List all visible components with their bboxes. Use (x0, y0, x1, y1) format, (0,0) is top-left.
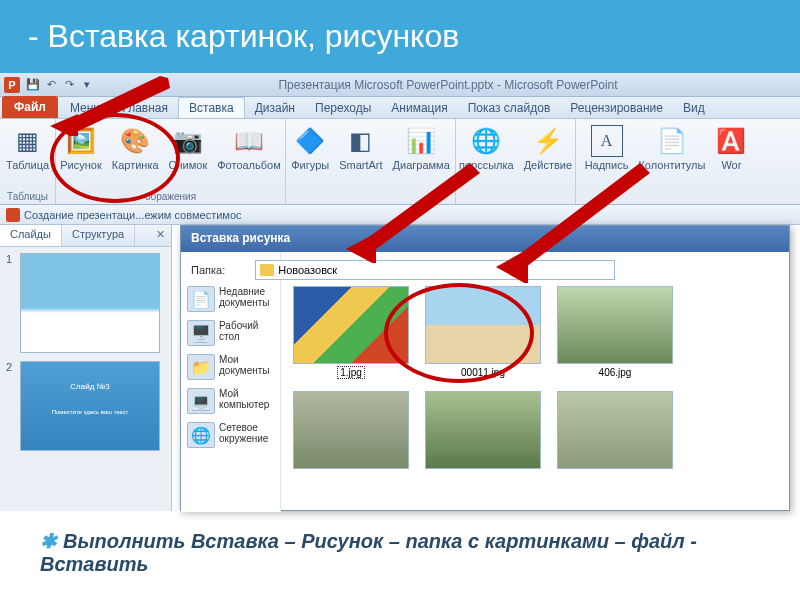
file-list: 1.jpg 00011.jpg 406.jpg (281, 252, 789, 512)
work-area: Слайды Структура ✕ 1 2 Слайд №3 Поместит… (0, 225, 800, 511)
file-item[interactable] (423, 391, 543, 471)
places-recent[interactable]: 📄Недавние документы (181, 282, 280, 316)
headerfooter-icon: 📄 (656, 125, 688, 157)
quick-access-toolbar: P 💾 ↶ ↷ ▾ Презентация Microsoft PowerPoi… (0, 73, 800, 97)
desktop-icon: 🖥️ (187, 320, 215, 346)
slide-number: 2 (6, 361, 16, 451)
wordart-icon: 🅰️ (715, 125, 747, 157)
slides-panel: Слайды Структура ✕ 1 2 Слайд №3 Поместит… (0, 225, 172, 511)
smartart-icon: ◧ (345, 125, 377, 157)
panel-tab-slides[interactable]: Слайды (0, 225, 62, 246)
places-network[interactable]: 🌐Сетевое окружение (181, 418, 280, 452)
insert-clipart-button[interactable]: 🎨Картинка (108, 123, 163, 173)
tab-home[interactable]: Главная (112, 98, 178, 118)
file-item[interactable] (555, 391, 675, 471)
chart-icon: 📊 (405, 125, 437, 157)
file-thumbnail (425, 286, 541, 364)
insert-table-button[interactable]: ▦Таблица (2, 123, 53, 173)
globe-icon: 🌐 (470, 125, 502, 157)
folder-label: Папка: (191, 264, 225, 276)
file-thumbnail (425, 391, 541, 469)
bullet-icon: ✱ (40, 530, 57, 552)
file-item[interactable]: 00011.jpg (423, 286, 543, 379)
insert-picture-button[interactable]: 🖼️Рисунок (56, 123, 106, 173)
computer-icon: 💻 (187, 388, 215, 414)
slide-thumbnails: 1 2 Слайд №3 Поместите здесь ваш текст (0, 247, 171, 465)
ribbon: ▦Таблица Таблицы 🖼️Рисунок 🎨Картинка 📷Сн… (0, 119, 800, 205)
insert-picture-dialog: Вставка рисунка Папка: Новоазовск 📄Недав… (180, 225, 790, 511)
file-thumbnail (293, 391, 409, 469)
ribbon-tab-strip: Файл Меню Главная Вставка Дизайн Переход… (0, 97, 800, 119)
tab-file[interactable]: Файл (2, 96, 58, 118)
group-label-images: ображения (145, 191, 196, 202)
redo-icon[interactable]: ↷ (60, 76, 78, 94)
camera-icon: 📷 (172, 125, 204, 157)
insert-screenshot-button[interactable]: 📷Снимок (165, 123, 212, 173)
insert-smartart-button[interactable]: ◧SmartArt (335, 123, 386, 173)
slide-title: - Вставка картинок, рисунков (0, 0, 800, 73)
insert-hyperlink-button[interactable]: 🌐перссылка (455, 123, 518, 173)
insert-chart-button[interactable]: 📊Диаграмма (389, 123, 454, 173)
textbox-icon: A (591, 125, 623, 157)
file-item[interactable] (291, 391, 411, 471)
album-icon: 📖 (233, 125, 265, 157)
places-mycomputer[interactable]: 💻Мой компьютер (181, 384, 280, 418)
insert-photoalbum-button[interactable]: 📖Фотоальбом (213, 123, 285, 173)
places-bar: 📄Недавние документы 🖥️Рабочий стол 📁Мои … (181, 252, 281, 512)
insert-wordart-button[interactable]: 🅰️Wor (711, 123, 751, 173)
slide-preview: Слайд №3 Поместите здесь ваш текст (20, 361, 160, 451)
table-icon: ▦ (12, 125, 44, 157)
file-item[interactable]: 406.jpg (555, 286, 675, 379)
file-thumbnail (293, 286, 409, 364)
recent-icon: 📄 (187, 286, 215, 312)
instruction-caption: ✱Выполнить Вставка – Рисунок – папка с к… (0, 513, 800, 592)
slide-thumb-2[interactable]: 2 Слайд №3 Поместите здесь ваш текст (6, 361, 165, 451)
tab-insert[interactable]: Вставка (178, 97, 245, 118)
tab-review[interactable]: Рецензирование (560, 98, 673, 118)
tab-transitions[interactable]: Переходы (305, 98, 381, 118)
save-icon[interactable]: 💾 (24, 76, 42, 94)
file-thumbnail (557, 391, 673, 469)
file-name: 1.jpg (337, 366, 365, 379)
powerpoint-screenshot: P 💾 ↶ ↷ ▾ Презентация Microsoft PowerPoi… (0, 73, 800, 513)
folder-name: Новоазовск (278, 264, 337, 276)
folder-icon (260, 264, 274, 276)
app-window-title: Презентация Microsoft PowerPoint.pptx - … (96, 78, 800, 92)
clipart-icon: 🎨 (119, 125, 151, 157)
picture-icon: 🖼️ (65, 125, 97, 157)
group-label-tables: Таблицы (7, 191, 48, 202)
undo-icon[interactable]: ↶ (42, 76, 60, 94)
tab-menu[interactable]: Меню (60, 98, 112, 118)
presentation-icon (6, 208, 20, 222)
qat-dropdown-icon[interactable]: ▾ (78, 76, 96, 94)
panel-tab-outline[interactable]: Структура (62, 225, 135, 246)
file-thumbnail (557, 286, 673, 364)
network-icon: 🌐 (187, 422, 215, 448)
panel-tabs: Слайды Структура ✕ (0, 225, 171, 247)
places-mydocs[interactable]: 📁Мои документы (181, 350, 280, 384)
tab-view[interactable]: Вид (673, 98, 715, 118)
tab-slideshow[interactable]: Показ слайдов (458, 98, 561, 118)
tab-animations[interactable]: Анимация (381, 98, 457, 118)
panel-close-button[interactable]: ✕ (150, 225, 171, 246)
folder-dropdown[interactable]: Новоазовск (255, 260, 615, 280)
tab-design[interactable]: Дизайн (245, 98, 305, 118)
slide-thumb-1[interactable]: 1 (6, 253, 165, 353)
places-desktop[interactable]: 🖥️Рабочий стол (181, 316, 280, 350)
slide-preview (20, 253, 160, 353)
file-name: 406.jpg (596, 366, 635, 379)
document-name: Создание презентаци...ежим совместимос (24, 209, 242, 221)
action-icon: ⚡ (532, 125, 564, 157)
document-bar: Создание презентаци...ежим совместимос (0, 205, 800, 225)
file-item[interactable]: 1.jpg (291, 286, 411, 379)
insert-shapes-button[interactable]: 🔷Фигуры (287, 123, 333, 173)
dialog-titlebar: Вставка рисунка (181, 226, 789, 252)
insert-textbox-button[interactable]: AНадпись (581, 123, 633, 173)
insert-action-button[interactable]: ⚡Действие (520, 123, 576, 173)
powerpoint-logo: P (4, 77, 20, 93)
shapes-icon: 🔷 (294, 125, 326, 157)
insert-headerfooter-button[interactable]: 📄Колонтитулы (634, 123, 709, 173)
file-name: 00011.jpg (458, 366, 508, 379)
folder-icon: 📁 (187, 354, 215, 380)
slide-number: 1 (6, 253, 16, 353)
